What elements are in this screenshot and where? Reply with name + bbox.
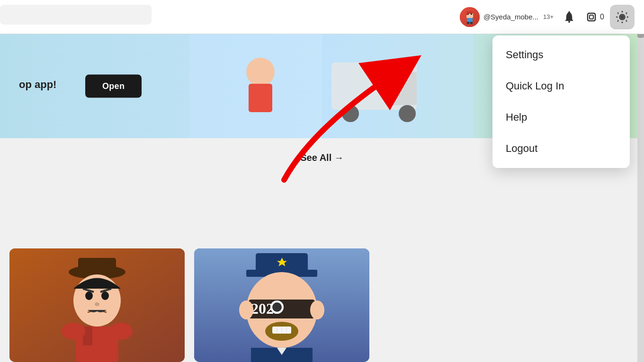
robux-count: 0	[600, 13, 604, 21]
see-all-link[interactable]: See All →	[300, 152, 344, 163]
robux-section[interactable]: 0	[585, 10, 604, 24]
age-badge: 13+	[543, 13, 554, 20]
open-button[interactable]: Open	[85, 75, 142, 98]
topbar: @Syeda_mobe... 13+ 0	[0, 0, 644, 34]
robux-icon	[585, 10, 598, 24]
notifications-button[interactable]	[559, 7, 579, 27]
game-thumbnail-2[interactable]: 2023	[194, 248, 369, 362]
svg-point-19	[399, 105, 416, 122]
svg-point-30	[101, 291, 109, 300]
svg-point-8	[568, 21, 570, 23]
banner-promo-text: op app!	[19, 79, 56, 91]
settings-button[interactable]	[610, 5, 635, 29]
dropdown-menu: Settings Quick Log In Help Logout	[492, 35, 630, 168]
svg-point-14	[621, 16, 624, 18]
dropdown-item-quick-log-in[interactable]: Quick Log In	[492, 71, 630, 102]
dropdown-item-help[interactable]: Help	[492, 102, 630, 133]
svg-point-29	[85, 291, 93, 300]
svg-point-35	[109, 323, 133, 340]
svg-point-9	[569, 11, 570, 12]
svg-rect-17	[388, 72, 417, 105]
games-row: 2023	[0, 248, 379, 362]
avatar[interactable]	[460, 7, 480, 27]
dropdown-item-settings[interactable]: Settings	[492, 39, 630, 71]
svg-rect-6	[467, 22, 469, 24]
svg-point-54	[310, 300, 324, 319]
svg-rect-7	[470, 22, 473, 24]
svg-rect-5	[467, 18, 473, 22]
scrollbar[interactable]	[637, 0, 644, 362]
svg-rect-4	[466, 11, 468, 15]
svg-rect-25	[78, 258, 116, 274]
svg-rect-21	[249, 84, 272, 112]
svg-point-34	[62, 323, 85, 340]
user-section: @Syeda_mobe... 13+	[460, 7, 554, 27]
game-thumbnail-1[interactable]	[9, 248, 185, 362]
svg-rect-10	[588, 13, 595, 21]
banner-background-art	[189, 34, 474, 138]
username-label: @Syeda_mobe...	[483, 13, 538, 21]
search-bar[interactable]	[0, 5, 152, 25]
dropdown-item-logout[interactable]: Logout	[492, 133, 630, 164]
svg-point-20	[246, 58, 275, 86]
gear-icon	[615, 9, 630, 25]
svg-point-31	[95, 302, 99, 306]
svg-rect-11	[590, 15, 593, 19]
bell-icon	[563, 10, 576, 24]
svg-point-18	[342, 105, 359, 122]
svg-point-53	[239, 300, 253, 319]
svg-point-45	[272, 302, 282, 312]
